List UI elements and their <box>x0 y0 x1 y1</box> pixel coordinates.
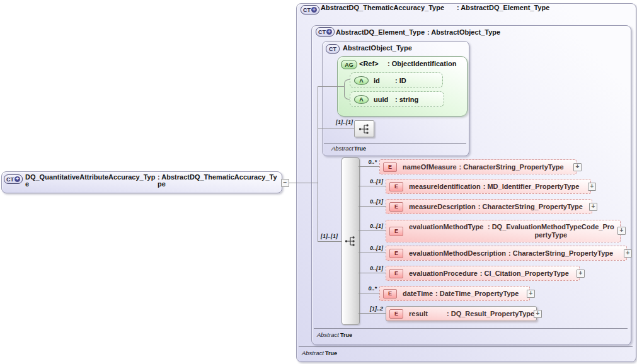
attribute-group-type: : ObjectIdentification <box>387 60 456 67</box>
base-type: : AbstractDQ_Element_Type <box>457 4 549 11</box>
connector-line <box>359 313 386 314</box>
element-type: : MD_Identifier_PropertyType <box>483 183 580 190</box>
sequence-glyph <box>344 236 357 247</box>
connector-line <box>359 230 386 231</box>
element-type: : CI_Citation_PropertyType <box>480 270 569 277</box>
cardinality-label: [1]..[1] <box>315 233 338 239</box>
connector-line <box>359 166 379 167</box>
cardinality-label: 0..[1] <box>360 223 383 229</box>
type-name: AbstractDQ_ThematicAccuracy_Type <box>321 4 457 11</box>
element-icon: E <box>383 289 397 299</box>
abstract-facet-label: Abstract <box>302 350 324 356</box>
cardinality-label: 0..[1] <box>360 265 383 271</box>
plus-badge-icon: + <box>14 176 20 182</box>
element-box-measureIdentification[interactable]: E measureIdentification: MD_Identifier_P… <box>386 179 591 194</box>
expand-button[interactable]: + <box>624 249 632 258</box>
element-box-dateTime[interactable]: E dateTime: DateTime_PropertyType <box>379 286 530 301</box>
root-box-title: DQ_QuantitativeAttributeAccuracy_Type : … <box>25 174 280 188</box>
abstract-facet-value: True <box>340 332 352 338</box>
element-type: : CharacterString_PropertyType <box>459 163 564 171</box>
attribute-box-id[interactable]: A id: ID <box>350 72 443 88</box>
element-name: measureDescription <box>409 203 476 210</box>
facet-separator <box>299 346 633 347</box>
abstract-facet-value: True <box>354 145 366 152</box>
attribute-icon: A <box>354 76 369 85</box>
root-base-type: : AbstractDQ_ThematicAccuracy_Type <box>158 174 280 188</box>
object-type-box-title: AbstractObject_Type <box>343 45 412 52</box>
element-box-evaluationMethodDescription[interactable]: E evaluationMethodDescription: Character… <box>386 246 627 261</box>
complex-type-icon-label: CT <box>303 7 311 13</box>
element-type: : CharacterString_PropertyType <box>478 203 583 210</box>
element-type: : CharacterString_PropertyType <box>508 249 613 257</box>
sequence-bar[interactable] <box>341 157 360 325</box>
attribute-group-ref: <Ref> <box>359 60 387 67</box>
connector-line <box>318 241 342 242</box>
element-name: nameOfMeasure <box>403 163 457 171</box>
thematic-box-title: AbstractDQ_ThematicAccuracy_Type : Abstr… <box>321 4 632 11</box>
element-box-nameOfMeasure[interactable]: E nameOfMeasure: CharacterString_Propert… <box>379 159 577 174</box>
cardinality-label: 0..* <box>354 159 377 165</box>
attribute-name: id <box>374 77 393 84</box>
attribute-group-icon: AG <box>341 60 357 69</box>
attribute-type: : ID <box>395 77 406 84</box>
complex-type-icon: CT+ <box>4 174 23 184</box>
element-icon: E <box>389 309 403 319</box>
element-name: result <box>409 310 444 317</box>
expand-button[interactable]: + <box>534 310 542 318</box>
cardinality-label: 0..* <box>354 285 377 292</box>
base-type: : AbstractObject_Type <box>427 29 500 36</box>
sequence-compositor-icon[interactable] <box>354 120 374 137</box>
element-type: : DQ_Result_PropertyType <box>447 310 534 317</box>
expand-button[interactable]: + <box>573 163 582 171</box>
element-name: evaluationMethodDescription <box>409 249 506 257</box>
element-name: evaluationProcedure <box>409 270 478 277</box>
element-icon: E <box>389 249 403 258</box>
element-type: : DateTime_PropertyType <box>435 290 519 297</box>
connector-line <box>359 253 386 253</box>
abstract-facet-value: True <box>325 350 337 356</box>
complex-type-icon-label: CT <box>6 176 14 183</box>
connector-line <box>359 186 386 186</box>
complex-type-icon: CT+ <box>301 5 319 14</box>
connector-trunk <box>318 86 318 242</box>
element-type-box-title: AbstractDQ_Element_Type : AbstractObject… <box>336 29 500 36</box>
facet-separator <box>324 143 466 144</box>
connector-line <box>359 293 379 293</box>
element-box-evaluationProcedure[interactable]: E evaluationProcedure: CI_Citation_Prope… <box>386 266 580 281</box>
connector-line <box>289 183 318 183</box>
complex-type-icon: CT+ <box>316 27 335 37</box>
attribute-type: : string <box>395 96 418 103</box>
element-box-measureDescription[interactable]: E measureDescription: CharacterString_Pr… <box>386 199 592 214</box>
connector-line <box>359 206 386 207</box>
element-box-evaluationMethodType[interactable]: E evaluationMethodType: DQ_EvaluationMet… <box>386 220 621 242</box>
element-icon: E <box>389 182 403 191</box>
type-name: AbstractObject_Type <box>343 45 412 52</box>
abstract-facet-label: Abstract <box>331 145 353 152</box>
complex-type-icon: CT <box>326 44 340 54</box>
attribute-box-uuid[interactable]: A uuid: string <box>350 91 444 107</box>
expand-button[interactable]: + <box>577 270 585 278</box>
element-icon: E <box>389 202 403 212</box>
expand-button[interactable]: + <box>527 290 535 298</box>
cardinality-label: [1]..2 <box>360 305 383 312</box>
connector-line <box>318 128 355 128</box>
connector-line <box>359 273 386 273</box>
facet-separator <box>314 328 628 329</box>
element-box-result[interactable]: E result: DQ_Result_PropertyType <box>386 306 537 321</box>
plus-badge-icon: + <box>311 7 317 13</box>
element-name: dateTime <box>403 290 433 297</box>
connector-line <box>318 86 344 87</box>
expand-button[interactable]: + <box>588 183 596 191</box>
expand-button[interactable]: + <box>589 203 597 211</box>
type-name: AbstractDQ_Element_Type <box>336 29 425 36</box>
abstract-facet-label: Abstract <box>317 331 339 338</box>
element-type: : DQ_EvaluationMethodTypeCode_PropertyTy… <box>486 223 616 239</box>
element-name: measureIdentification <box>409 183 481 190</box>
expand-button[interactable]: + <box>617 227 626 235</box>
complex-type-icon-label: CT <box>318 29 326 35</box>
cardinality-label: [1]..[1] <box>333 119 353 125</box>
sequence-glyph <box>358 123 370 135</box>
cardinality-label: 0..[1] <box>360 198 383 205</box>
collapse-button[interactable]: − <box>281 179 289 187</box>
element-icon: E <box>383 162 397 172</box>
